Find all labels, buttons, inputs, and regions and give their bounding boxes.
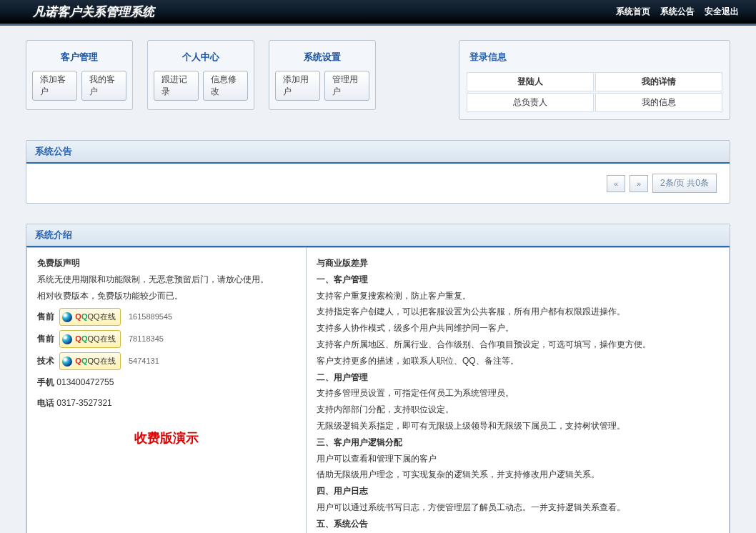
login-th-person: 登陆人 [467, 72, 594, 91]
l2a: 支持多管理员设置，可指定任何员工为系统管理员。 [317, 388, 514, 398]
h2: 二、用户管理 [317, 372, 368, 382]
top-nav: 系统首页 系统公告 安全退出 [616, 6, 739, 18]
mobile-label: 手机 [37, 377, 54, 387]
l1e: 客户支持更多的描述，如联系人职位、QQ、备注等。 [317, 356, 519, 366]
l3b: 借助无限级用户理念，可实现复杂的逻辑关系，并支持修改用户逻辑关系。 [317, 469, 600, 479]
qq-online-badge-2[interactable]: QQQQ在线 [59, 330, 120, 348]
customer-card-title: 客户管理 [32, 46, 126, 71]
sale-label-1: 售前 [37, 312, 54, 322]
customer-card: 客户管理 添加客户 我的客户 [26, 40, 133, 110]
add-user-button[interactable]: 添加用户 [275, 71, 320, 101]
login-card-title: 登录信息 [465, 46, 724, 71]
manage-user-button[interactable]: 管理用户 [324, 71, 369, 101]
h5: 五、系统公告 [317, 519, 368, 529]
login-card: 登录信息 登陆人 我的详情 总负责人 我的信息 [459, 40, 730, 120]
tel-label: 电话 [37, 398, 54, 408]
app-title: 凡诺客户关系管理系统 [33, 4, 154, 20]
login-td-person: 总负责人 [467, 93, 594, 112]
diff-heading: 与商业版差异 [317, 258, 368, 268]
tel-value: 0317-3527321 [56, 398, 111, 408]
l1b: 支持指定客户创建人，可以把客服设置为公共客服，所有用户都有权限跟进操作。 [317, 307, 625, 317]
system-card-title: 系统设置 [275, 46, 369, 71]
decl-line2: 相对收费版本，免费版功能较少而已。 [37, 291, 183, 301]
followup-button[interactable]: 跟进记录 [154, 71, 199, 101]
qq-number-1: 1615889545 [129, 312, 172, 321]
qq-online-badge-1[interactable]: QQQQ在线 [59, 308, 120, 326]
personal-card-title: 个人中心 [154, 46, 248, 71]
login-table: 登陆人 我的详情 总负责人 我的信息 [465, 71, 724, 114]
notice-section: 系统公告 « » 2条/页 共0条 [26, 140, 730, 204]
top-bar: 凡诺客户关系管理系统 系统首页 系统公告 安全退出 [0, 0, 756, 26]
h1: 一、客户管理 [317, 274, 368, 284]
top-row: 客户管理 添加客户 我的客户 个人中心 跟进记录 信息修改 系统设置 添加用户 … [26, 40, 730, 120]
l2c: 无限级逻辑关系指定，即可有无限级上级领导和无限级下属员工，支持树状管理。 [317, 421, 625, 431]
decl-title: 免费版声明 [37, 258, 80, 268]
l1a: 支持客户重复搜索检测，防止客户重复。 [317, 291, 471, 301]
intro-right-cell: 与商业版差异 一、客户管理 支持客户重复搜索检测，防止客户重复。 支持指定客户创… [307, 248, 730, 534]
qq-number-2: 78118345 [129, 334, 164, 343]
pager-info: 2条/页 共0条 [652, 174, 717, 193]
intro-left-cell: 免费版声明 系统无使用期限和功能限制，无恶意预留后门，请放心使用。 相对收费版本… [27, 248, 307, 534]
nav-exit-link[interactable]: 安全退出 [705, 6, 739, 18]
l4a: 用户可以通过系统书写日志，方便管理层了解员工动态。一并支持逻辑关系查看。 [317, 502, 625, 512]
system-card: 系统设置 添加用户 管理用户 [269, 40, 376, 110]
decl-line1: 系统无使用期限和功能限制，无恶意预留后门，请放心使用。 [37, 274, 269, 284]
page-body: 客户管理 添加客户 我的客户 个人中心 跟进记录 信息修改 系统设置 添加用户 … [0, 26, 756, 533]
intro-table: 免费版声明 系统无使用期限和功能限制，无恶意预留后门，请放心使用。 相对收费版本… [26, 247, 730, 533]
h3: 三、客户用户逻辑分配 [317, 437, 402, 447]
login-th-detail: 我的详情 [595, 72, 722, 91]
personal-card: 个人中心 跟进记录 信息修改 [147, 40, 254, 110]
intro-body: 免费版声明 系统无使用期限和功能限制，无恶意预留后门，请放心使用。 相对收费版本… [26, 247, 730, 533]
qq-icon [62, 334, 72, 344]
sale-label-2: 售前 [37, 334, 54, 344]
mobile-value: 013400472755 [56, 377, 114, 387]
intro-header: 系统介绍 [26, 224, 730, 247]
l1d: 支持客户所属地区、所属行业、合作级别、合作项目预设定，可选可填写，操作更方便。 [317, 339, 651, 349]
paid-demo-link[interactable]: 收费版演示 [37, 426, 296, 450]
nav-home-link[interactable]: 系统首页 [616, 6, 650, 18]
notice-header: 系统公告 [26, 141, 730, 164]
qq-icon [62, 357, 72, 367]
l2b: 支持内部部门分配，支持职位设定。 [317, 404, 454, 414]
notice-body: « » 2条/页 共0条 [26, 164, 730, 203]
pager-prev-button[interactable]: « [607, 175, 625, 192]
nav-notice-link[interactable]: 系统公告 [660, 6, 695, 18]
pager: « » 2条/页 共0条 [32, 169, 724, 197]
l1c: 支持多人协作模式，级多个用户共同维护同一客户。 [317, 323, 514, 333]
qq-online-badge-3[interactable]: QQQQ在线 [59, 352, 120, 370]
intro-section: 系统介绍 免费版声明 系统无使用期限和功能限制，无恶意预留后门，请放心使用。 相… [26, 224, 730, 533]
l3a: 用户可以查看和管理下属的客户 [317, 454, 437, 464]
qq-number-3: 5474131 [129, 357, 159, 365]
tech-label: 技术 [37, 356, 54, 366]
login-td-detail[interactable]: 我的信息 [595, 93, 722, 112]
pager-next-button[interactable]: » [630, 175, 648, 192]
h4: 四、用户日志 [317, 486, 368, 496]
info-modify-button[interactable]: 信息修改 [203, 71, 248, 101]
my-customer-button[interactable]: 我的客户 [81, 71, 126, 101]
add-customer-button[interactable]: 添加客户 [32, 71, 77, 101]
qq-icon [62, 312, 72, 322]
